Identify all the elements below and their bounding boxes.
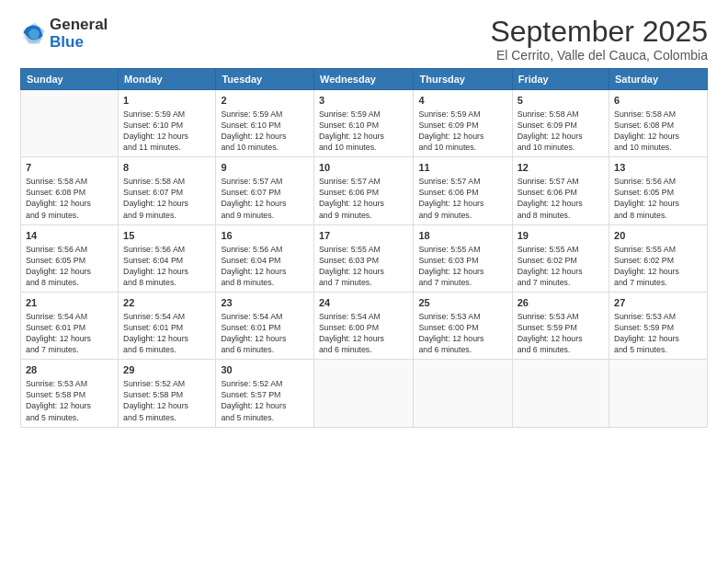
day-number: 6 xyxy=(614,94,702,108)
col-friday: Friday xyxy=(512,69,609,90)
day-detail: Sunrise: 5:56 AMSunset: 6:05 PMDaylight:… xyxy=(26,244,113,289)
day-detail: Sunrise: 5:52 AMSunset: 5:58 PMDaylight:… xyxy=(123,378,210,423)
week-row-3: 14Sunrise: 5:56 AMSunset: 6:05 PMDayligh… xyxy=(21,224,708,292)
day-cell: 18Sunrise: 5:55 AMSunset: 6:03 PMDayligh… xyxy=(414,224,512,292)
day-cell: 15Sunrise: 5:56 AMSunset: 6:04 PMDayligh… xyxy=(119,224,216,292)
day-detail: Sunrise: 5:57 AMSunset: 6:06 PMDaylight:… xyxy=(319,176,409,221)
week-row-1: 1Sunrise: 5:59 AMSunset: 6:10 PMDaylight… xyxy=(21,90,708,157)
day-detail: Sunrise: 5:56 AMSunset: 6:05 PMDaylight:… xyxy=(614,176,702,221)
day-cell: 25Sunrise: 5:53 AMSunset: 6:00 PMDayligh… xyxy=(414,293,512,360)
day-detail: Sunrise: 5:54 AMSunset: 6:00 PMDaylight:… xyxy=(319,311,409,356)
day-cell: 10Sunrise: 5:57 AMSunset: 6:06 PMDayligh… xyxy=(313,157,414,224)
page: General Blue September 2025 El Cerrito, … xyxy=(0,0,728,563)
day-detail: Sunrise: 5:55 AMSunset: 6:02 PMDaylight:… xyxy=(614,244,702,289)
day-cell: 6Sunrise: 5:58 AMSunset: 6:08 PMDaylight… xyxy=(609,90,708,157)
day-cell xyxy=(313,360,414,427)
day-detail: Sunrise: 5:59 AMSunset: 6:09 PMDaylight:… xyxy=(418,109,506,154)
day-cell: 11Sunrise: 5:57 AMSunset: 6:06 PMDayligh… xyxy=(414,157,512,224)
day-cell xyxy=(414,360,512,427)
day-detail: Sunrise: 5:55 AMSunset: 6:03 PMDaylight:… xyxy=(319,244,409,289)
col-monday: Monday xyxy=(119,69,216,90)
day-detail: Sunrise: 5:53 AMSunset: 5:59 PMDaylight:… xyxy=(518,311,604,356)
day-cell: 26Sunrise: 5:53 AMSunset: 5:59 PMDayligh… xyxy=(512,293,609,360)
day-number: 24 xyxy=(319,296,409,310)
day-number: 19 xyxy=(518,229,604,243)
day-detail: Sunrise: 5:53 AMSunset: 5:58 PMDaylight:… xyxy=(26,378,113,423)
day-detail: Sunrise: 5:53 AMSunset: 5:59 PMDaylight:… xyxy=(614,311,702,356)
day-detail: Sunrise: 5:57 AMSunset: 6:06 PMDaylight:… xyxy=(518,176,604,221)
day-detail: Sunrise: 5:58 AMSunset: 6:07 PMDaylight:… xyxy=(123,176,210,221)
day-detail: Sunrise: 5:54 AMSunset: 6:01 PMDaylight:… xyxy=(221,311,309,356)
day-cell: 1Sunrise: 5:59 AMSunset: 6:10 PMDaylight… xyxy=(119,90,216,157)
day-number: 1 xyxy=(123,94,210,108)
day-cell: 12Sunrise: 5:57 AMSunset: 6:06 PMDayligh… xyxy=(512,157,609,224)
day-cell xyxy=(21,90,119,157)
col-saturday: Saturday xyxy=(609,69,708,90)
day-number: 9 xyxy=(221,161,309,175)
day-number: 30 xyxy=(221,363,309,377)
day-number: 11 xyxy=(418,161,506,175)
day-number: 26 xyxy=(518,296,604,310)
day-detail: Sunrise: 5:59 AMSunset: 6:10 PMDaylight:… xyxy=(319,109,409,154)
calendar: Sunday Monday Tuesday Wednesday Thursday… xyxy=(20,68,708,428)
day-cell: 20Sunrise: 5:55 AMSunset: 6:02 PMDayligh… xyxy=(609,224,708,292)
day-cell: 27Sunrise: 5:53 AMSunset: 5:59 PMDayligh… xyxy=(609,293,708,360)
day-cell: 7Sunrise: 5:58 AMSunset: 6:08 PMDaylight… xyxy=(21,157,119,224)
week-row-4: 21Sunrise: 5:54 AMSunset: 6:01 PMDayligh… xyxy=(21,293,708,360)
day-detail: Sunrise: 5:58 AMSunset: 6:08 PMDaylight:… xyxy=(614,109,702,154)
day-cell: 17Sunrise: 5:55 AMSunset: 6:03 PMDayligh… xyxy=(313,224,414,292)
day-detail: Sunrise: 5:58 AMSunset: 6:09 PMDaylight:… xyxy=(518,109,604,154)
week-row-2: 7Sunrise: 5:58 AMSunset: 6:08 PMDaylight… xyxy=(21,157,708,224)
day-cell xyxy=(609,360,708,427)
day-number: 17 xyxy=(319,229,409,243)
day-cell: 28Sunrise: 5:53 AMSunset: 5:58 PMDayligh… xyxy=(21,360,119,427)
header: General Blue September 2025 El Cerrito, … xyxy=(20,17,708,63)
week-row-5: 28Sunrise: 5:53 AMSunset: 5:58 PMDayligh… xyxy=(21,360,708,427)
day-cell: 19Sunrise: 5:55 AMSunset: 6:02 PMDayligh… xyxy=(512,224,609,292)
day-cell: 2Sunrise: 5:59 AMSunset: 6:10 PMDaylight… xyxy=(216,90,314,157)
day-detail: Sunrise: 5:52 AMSunset: 5:57 PMDaylight:… xyxy=(221,378,309,423)
day-detail: Sunrise: 5:58 AMSunset: 6:08 PMDaylight:… xyxy=(26,176,113,221)
day-number: 5 xyxy=(518,94,604,108)
day-detail: Sunrise: 5:59 AMSunset: 6:10 PMDaylight:… xyxy=(221,109,309,154)
col-thursday: Thursday xyxy=(414,69,512,90)
day-cell: 24Sunrise: 5:54 AMSunset: 6:00 PMDayligh… xyxy=(313,293,414,360)
location-title: El Cerrito, Valle del Cauca, Colombia xyxy=(490,48,708,63)
logo: General Blue xyxy=(20,17,108,51)
day-detail: Sunrise: 5:54 AMSunset: 6:01 PMDaylight:… xyxy=(26,311,113,356)
col-sunday: Sunday xyxy=(21,69,119,90)
day-number: 28 xyxy=(26,363,113,377)
day-cell: 8Sunrise: 5:58 AMSunset: 6:07 PMDaylight… xyxy=(119,157,216,224)
day-number: 7 xyxy=(26,161,113,175)
day-cell: 22Sunrise: 5:54 AMSunset: 6:01 PMDayligh… xyxy=(119,293,216,360)
day-number: 29 xyxy=(123,363,210,377)
day-number: 20 xyxy=(614,229,702,243)
day-cell: 5Sunrise: 5:58 AMSunset: 6:09 PMDaylight… xyxy=(512,90,609,157)
day-detail: Sunrise: 5:59 AMSunset: 6:10 PMDaylight:… xyxy=(123,109,210,154)
day-cell: 16Sunrise: 5:56 AMSunset: 6:04 PMDayligh… xyxy=(216,224,314,292)
day-number: 13 xyxy=(614,161,702,175)
day-cell: 13Sunrise: 5:56 AMSunset: 6:05 PMDayligh… xyxy=(609,157,708,224)
day-cell xyxy=(512,360,609,427)
calendar-header-row: Sunday Monday Tuesday Wednesday Thursday… xyxy=(21,69,708,90)
day-detail: Sunrise: 5:56 AMSunset: 6:04 PMDaylight:… xyxy=(221,244,309,289)
day-number: 25 xyxy=(418,296,506,310)
day-number: 3 xyxy=(319,94,409,108)
day-detail: Sunrise: 5:56 AMSunset: 6:04 PMDaylight:… xyxy=(123,244,210,289)
day-cell: 4Sunrise: 5:59 AMSunset: 6:09 PMDaylight… xyxy=(414,90,512,157)
day-detail: Sunrise: 5:57 AMSunset: 6:07 PMDaylight:… xyxy=(221,176,309,221)
col-wednesday: Wednesday xyxy=(313,69,414,90)
day-number: 18 xyxy=(418,229,506,243)
logo-line2: Blue xyxy=(50,34,108,52)
day-cell: 9Sunrise: 5:57 AMSunset: 6:07 PMDaylight… xyxy=(216,157,314,224)
day-detail: Sunrise: 5:54 AMSunset: 6:01 PMDaylight:… xyxy=(123,311,210,356)
logo-line1: General xyxy=(50,17,108,34)
day-cell: 21Sunrise: 5:54 AMSunset: 6:01 PMDayligh… xyxy=(21,293,119,360)
day-detail: Sunrise: 5:55 AMSunset: 6:03 PMDaylight:… xyxy=(418,244,506,289)
day-cell: 3Sunrise: 5:59 AMSunset: 6:10 PMDaylight… xyxy=(313,90,414,157)
col-tuesday: Tuesday xyxy=(216,69,314,90)
day-detail: Sunrise: 5:57 AMSunset: 6:06 PMDaylight:… xyxy=(418,176,506,221)
logo-icon xyxy=(20,21,46,47)
day-number: 27 xyxy=(614,296,702,310)
day-number: 14 xyxy=(26,229,113,243)
